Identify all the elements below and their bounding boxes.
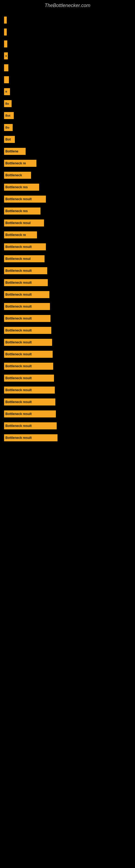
chart-row-5 [4, 64, 131, 71]
bar-7: B [4, 88, 10, 95]
chart-row-34: Bottleneck result [4, 410, 131, 417]
chart-row-25: Bottleneck result [4, 303, 131, 310]
bar-label-11: Bot [5, 137, 11, 141]
bar-label-27: Bottleneck result [5, 329, 32, 332]
bar-label-31: Bottleneck result [5, 376, 32, 380]
chart-row-31: Bottleneck result [4, 375, 131, 382]
chart-row-21: Bottleneck resul [4, 255, 131, 262]
bar-18: Bottleneck resul [4, 219, 44, 226]
bar-19: Bottleneck re [4, 231, 37, 239]
bar-16: Bottleneck result [4, 195, 46, 203]
bar-3 [4, 40, 7, 48]
bar-12: Bottlene [4, 148, 26, 155]
bar-35: Bottleneck result [4, 422, 57, 429]
bar-label-33: Bottleneck result [5, 400, 32, 404]
chart-row-17: Bottleneck res [4, 208, 131, 215]
site-header: TheBottlenecker.com [0, 0, 135, 14]
bar-2 [4, 29, 7, 35]
chart-row-6 [4, 76, 131, 83]
bar-label-34: Bottleneck result [5, 412, 32, 416]
bar-1 [4, 17, 7, 24]
bar-17: Bottleneck res [4, 208, 41, 215]
bar-26: Bottleneck result [4, 315, 50, 322]
chart-row-18: Bottleneck resul [4, 219, 131, 226]
chart-row-16: Bottleneck result [4, 195, 131, 203]
chart-row-1 [4, 17, 131, 24]
bar-label-17: Bottleneck res [5, 209, 28, 213]
bar-36: Bottleneck result [4, 434, 57, 441]
bar-label-4: B [5, 55, 7, 57]
chart-row-30: Bottleneck result [4, 363, 131, 370]
bar-label-35: Bottleneck result [5, 424, 32, 428]
bar-4: B [4, 52, 8, 59]
bar-label-26: Bottleneck result [5, 316, 32, 320]
bar-label-9: Bot [5, 114, 10, 117]
chart-row-27: Bottleneck result [4, 327, 131, 334]
chart-row-26: Bottleneck result [4, 315, 131, 322]
bar-label-20: Bottleneck result [5, 245, 32, 249]
chart-row-33: Bottleneck result [4, 399, 131, 405]
bar-label-28: Bottleneck result [5, 340, 32, 344]
bar-label-10: Bo [5, 126, 9, 129]
bar-label-30: Bottleneck result [5, 364, 32, 368]
chart-row-23: Bottleneck result [4, 279, 131, 286]
bar-30: Bottleneck result [4, 363, 53, 370]
bar-11: Bot [4, 136, 15, 143]
bar-label-13: Bottleneck re [5, 161, 26, 165]
chart-row-4: B [4, 52, 131, 59]
bar-8: Bo [4, 100, 12, 107]
chart-row-22: Bottleneck result [4, 267, 131, 274]
bar-13: Bottleneck re [4, 160, 37, 167]
chart-row-35: Bottleneck result [4, 422, 131, 429]
chart-row-24: Bottleneck result [4, 291, 131, 298]
chart-row-11: Bot [4, 136, 131, 143]
bar-label-18: Bottleneck resul [5, 221, 31, 225]
bar-9: Bot [4, 112, 14, 119]
bar-label-29: Bottleneck result [5, 352, 32, 356]
bar-label-14: Bottleneck [5, 173, 22, 177]
bar-label-23: Bottleneck result [5, 281, 32, 284]
bar-label-7: B [5, 90, 7, 93]
bar-25: Bottleneck result [4, 303, 50, 310]
bar-label-22: Bottleneck result [5, 269, 32, 273]
bar-label-15: Bottleneck res [5, 185, 28, 189]
chart-row-3 [4, 40, 131, 48]
chart-row-14: Bottleneck [4, 172, 131, 179]
bar-21: Bottleneck resul [4, 255, 45, 262]
bar-22: Bottleneck result [4, 267, 47, 274]
bar-23: Bottleneck result [4, 279, 48, 286]
bar-label-24: Bottleneck result [5, 293, 32, 297]
bar-29: Bottleneck result [4, 351, 53, 358]
chart-row-29: Bottleneck result [4, 351, 131, 358]
chart-row-36: Bottleneck result [4, 434, 131, 441]
bar-label-19: Bottleneck re [5, 233, 26, 237]
bar-24: Bottleneck result [4, 291, 49, 298]
bar-label-36: Bottleneck result [5, 436, 32, 440]
bar-6 [4, 76, 9, 83]
bar-5 [4, 64, 8, 71]
chart-row-19: Bottleneck re [4, 231, 131, 239]
bar-label-16: Bottleneck result [5, 197, 32, 201]
bar-label-8: Bo [5, 102, 9, 105]
bar-34: Bottleneck result [4, 410, 56, 417]
chart-row-7: B [4, 88, 131, 95]
bar-14: Bottleneck [4, 172, 31, 179]
bar-27: Bottleneck result [4, 327, 51, 334]
bar-15: Bottleneck res [4, 184, 39, 191]
bar-label-32: Bottleneck result [5, 388, 32, 392]
chart-row-9: Bot [4, 112, 131, 119]
bar-label-12: Bottlene [5, 150, 18, 153]
chart-row-8: Bo [4, 100, 131, 107]
chart-row-2 [4, 29, 131, 35]
chart-area: BBBoBotBoBotBottleneBottleneck reBottlen… [0, 17, 135, 441]
chart-row-20: Bottleneck result [4, 243, 131, 250]
bar-label-21: Bottleneck resul [5, 257, 31, 261]
chart-row-10: Bo [4, 124, 131, 131]
site-title: TheBottlenecker.com [0, 0, 135, 14]
chart-row-12: Bottlene [4, 148, 131, 155]
bar-32: Bottleneck result [4, 386, 55, 394]
chart-row-32: Bottleneck result [4, 386, 131, 394]
bar-20: Bottleneck result [4, 243, 46, 250]
bar-28: Bottleneck result [4, 339, 52, 346]
chart-row-13: Bottleneck re [4, 160, 131, 167]
